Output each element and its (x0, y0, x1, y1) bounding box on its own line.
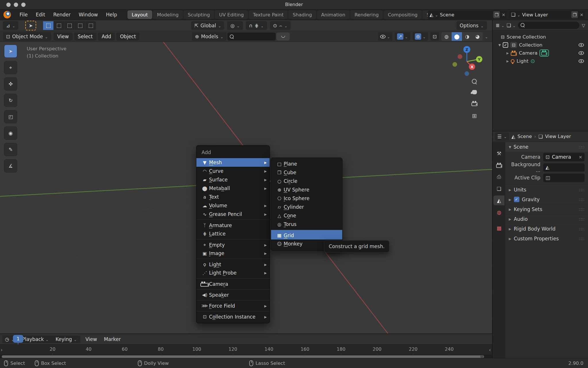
mesh-submenu-item[interactable]: ⎔ Ico Sphere (271, 194, 342, 203)
gizmos-toggle[interactable]: ↗ (395, 32, 410, 41)
properties-panel-header[interactable]: ✓ Custom Properties (505, 233, 588, 243)
add-menu-item[interactable]: ▰ Surface (196, 175, 270, 184)
add-menu-item[interactable]: ◠ Curve (196, 167, 270, 175)
timeline-menu-dropdown[interactable]: Playback (19, 336, 52, 343)
select-mode-button[interactable] (75, 21, 85, 30)
editor-type-dropdown[interactable]: ⊿ (3, 21, 18, 30)
properties-panel-header[interactable]: ✓ Rigid Body World (505, 224, 588, 233)
breadcrumb-view-layer[interactable]: View Layer (545, 134, 571, 139)
gizmo-y-neg[interactable] (452, 62, 457, 67)
remove-view-layer-button[interactable] (580, 12, 583, 18)
expand-icon[interactable] (506, 50, 509, 56)
asset-category-dropdown[interactable]: ⊕ Models (192, 32, 227, 41)
outliner-row-camera[interactable]: Camera (493, 49, 588, 57)
add-menu-item[interactable]: ⌖ Empty (196, 239, 270, 249)
timeline-ruler[interactable]: 20 40 60 80 100 120 140 160 180 200 220 … (0, 344, 492, 355)
drag-handle-icon[interactable] (579, 236, 585, 241)
workspace-tab[interactable]: Animation (317, 10, 350, 19)
select-mode-button[interactable] (54, 21, 64, 30)
workspace-tab[interactable]: Modeling (153, 10, 183, 19)
pan-view-icon[interactable] (472, 90, 477, 94)
proportional-editing-dropdown[interactable]: ⊙ ⌢ (270, 21, 291, 30)
new-view-layer-button[interactable] (571, 11, 578, 18)
background-scene-field[interactable]: ◭ (543, 163, 585, 172)
select-mode-button[interactable] (43, 21, 53, 30)
new-scene-button[interactable] (493, 11, 500, 18)
expand-region-chevron-icon[interactable]: › (1, 347, 3, 353)
properties-tab[interactable]: ▩ (494, 223, 504, 233)
drag-handle-icon[interactable] (579, 216, 585, 222)
drag-handle-icon[interactable] (579, 206, 585, 212)
breadcrumb-scene[interactable]: Scene (517, 134, 532, 139)
unlink-scene-button[interactable] (502, 12, 505, 18)
gravity-checkbox[interactable]: ✓ (514, 197, 519, 202)
outliner-filter-dropdown[interactable]: ❏ (507, 22, 516, 28)
expand-icon[interactable] (506, 58, 509, 64)
navigation-gizmo[interactable]: Z Y X (452, 47, 481, 75)
outliner-row-light[interactable]: Light ⊙ (493, 57, 588, 65)
properties-tab[interactable]: ⎙ (494, 172, 504, 182)
tool-button[interactable]: ↻ (4, 94, 17, 107)
shading-dropdown-chevron-icon[interactable] (485, 34, 488, 39)
collapse-region-chevron-icon[interactable]: ‹ (489, 347, 491, 353)
tool-button[interactable]: ∡ (4, 159, 17, 172)
properties-panel-header[interactable]: ✓ Audio (505, 214, 588, 224)
add-menu-item[interactable]: ▼ Mesh (196, 158, 270, 167)
asset-search-input[interactable] (227, 32, 276, 41)
topbar-menu[interactable]: Window (75, 11, 102, 19)
gizmo-z-axis[interactable]: Z (463, 46, 470, 53)
overlays-toggle[interactable]: ⊚ (413, 32, 428, 41)
hide-eye-icon[interactable] (579, 59, 584, 63)
camera-view-icon[interactable] (471, 102, 477, 106)
viewport-menu[interactable]: View (53, 32, 72, 41)
mesh-submenu-item[interactable]: △ Cone (271, 211, 342, 220)
tool-button[interactable]: ⌖ (4, 61, 17, 74)
playhead[interactable]: 1 (13, 335, 23, 343)
topbar-menu[interactable]: File (16, 11, 32, 19)
timeline-menu[interactable]: Marker (100, 336, 124, 343)
mode-dropdown[interactable]: ⊡ Object Mode (3, 32, 51, 41)
select-mode-button[interactable] (64, 21, 75, 30)
properties-panel-header[interactable]: ✓ Keying Sets (505, 204, 588, 214)
outliner-display-mode-dropdown[interactable]: ≣ (496, 22, 504, 28)
add-menu-item[interactable]: ᛉ Armature (196, 220, 270, 229)
properties-tab[interactable]: ⚒ (494, 148, 504, 158)
gizmo-y-axis[interactable]: Y (476, 56, 482, 62)
scene-selector[interactable]: ◭ Scene (428, 10, 507, 19)
hide-eye-icon[interactable] (579, 51, 584, 55)
snap-dropdown[interactable]: ∩ ⋕ (246, 21, 267, 30)
object-visibility-dropdown[interactable] (378, 32, 392, 41)
drag-handle-icon[interactable] (579, 197, 585, 202)
add-menu-item[interactable]: ⋕ Lattice (196, 229, 270, 238)
drag-handle-icon[interactable] (579, 144, 585, 150)
add-menu-item[interactable]: ◀) Speaker (196, 289, 270, 299)
asset-dropdown-button[interactable]: ◡ (276, 32, 290, 41)
timeline-menu[interactable]: View (82, 336, 100, 343)
blender-logo-icon[interactable] (3, 11, 11, 18)
shading-mode-button[interactable]: ◑ (462, 32, 472, 41)
select-mode-button[interactable] (86, 21, 96, 30)
tool-button[interactable]: ◉ (4, 126, 17, 140)
add-menu-item[interactable]: ⋙ Force Field (196, 300, 270, 310)
gizmo-x-neg[interactable] (458, 54, 462, 59)
collection-checkbox[interactable]: ✓ (503, 42, 508, 48)
topbar-menu[interactable]: Render (49, 11, 75, 19)
outliner-search-input[interactable] (518, 22, 579, 29)
add-menu-item[interactable]: ∿ Grease Pencil (196, 210, 270, 218)
tool-button[interactable]: ✜ (4, 77, 17, 91)
xray-toggle[interactable]: ⊡ (430, 32, 439, 41)
gizmo-z-neg[interactable] (465, 71, 469, 76)
add-menu-item[interactable]: ☁ Volume (196, 201, 270, 210)
filter-funnel-icon[interactable] (582, 22, 585, 28)
workspace-tab[interactable]: UV Editing (215, 10, 248, 19)
scene-panel-header[interactable]: Scene (505, 142, 588, 152)
properties-tab[interactable]: ❏ (494, 184, 504, 193)
shading-mode-button[interactable]: ⬤ (452, 32, 462, 41)
outliner-row-scene-collection[interactable]: ⊟ Scene Collection (493, 33, 588, 41)
properties-tab[interactable] (494, 160, 504, 170)
properties-panel-header[interactable]: ✓ Gravity (505, 194, 588, 204)
toggle-ortho-icon[interactable]: ⊞ (472, 112, 477, 119)
properties-tab[interactable]: ◍ (494, 207, 504, 217)
gizmo-x-axis[interactable]: X (469, 64, 475, 70)
viewport-menu[interactable]: Select (74, 32, 96, 41)
